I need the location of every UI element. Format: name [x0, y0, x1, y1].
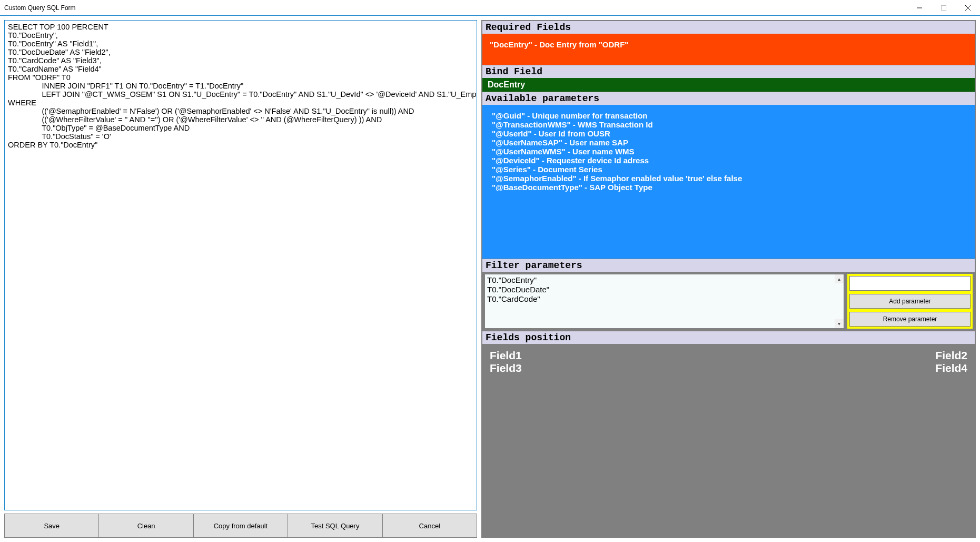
available-param: "@Series" - Document Series — [492, 165, 965, 174]
available-param: "@UserNameWMS" - User name WMS — [492, 147, 965, 156]
position-header: Fields position — [482, 331, 975, 344]
available-param: "@UserId" - User Id from OUSR — [492, 129, 965, 138]
window-titlebar: Custom Query SQL Form — [0, 0, 980, 16]
maximize-button[interactable] — [932, 0, 956, 15]
filter-list-item[interactable]: T0."DocEntry" — [487, 275, 842, 285]
cancel-button[interactable]: Cancel — [383, 514, 477, 537]
field-slot-3[interactable]: Field3 — [490, 362, 595, 375]
scroll-down-icon[interactable]: ▾ — [835, 319, 844, 328]
clean-button[interactable]: Clean — [99, 514, 193, 537]
action-button-row: Save Clean Copy from default Test SQL Qu… — [4, 514, 477, 538]
fields-position-box: Field1 Field2 Field3 Field4 — [482, 344, 975, 537]
app-body: Save Clean Copy from default Test SQL Qu… — [0, 16, 980, 542]
test-button[interactable]: Test SQL Query — [288, 514, 382, 537]
left-column: Save Clean Copy from default Test SQL Qu… — [4, 20, 477, 538]
field-slot-4[interactable]: Field4 — [862, 362, 967, 375]
window-title: Custom Query SQL Form — [4, 4, 76, 12]
close-button[interactable] — [956, 0, 980, 15]
scroll-up-icon[interactable]: ▴ — [835, 274, 844, 283]
remove-parameter-button[interactable]: Remove parameter — [849, 312, 971, 327]
available-param: "@SemaphorEnabled" - If Semaphor enabled… — [492, 174, 965, 183]
available-param: "@Guid" - Unique number for transaction — [492, 111, 965, 120]
field-slot-1[interactable]: Field1 — [490, 349, 595, 362]
bind-field-value: DocEntry — [482, 78, 975, 92]
save-button[interactable]: Save — [5, 514, 99, 537]
required-fields-box: "DocEntry" - Doc Entry from "ODRF" — [482, 34, 975, 65]
bind-header: Bind Field — [482, 65, 975, 78]
right-column: Required Fields "DocEntry" - Doc Entry f… — [481, 20, 976, 538]
filter-list[interactable]: T0."DocEntry" T0."DocDueDate" T0."CardCo… — [484, 274, 844, 329]
svg-rect-1 — [942, 5, 946, 10]
available-param: "@DeviceId" - Requester device Id adress — [492, 156, 965, 165]
copy-button[interactable]: Copy from default — [194, 514, 288, 537]
filter-header: Filter parameters — [482, 259, 975, 272]
add-parameter-button[interactable]: Add parameter — [849, 294, 971, 309]
available-param: "@TransactionWMS" - WMS Transaction Id — [492, 120, 965, 129]
available-parameters-box: "@Guid" - Unique number for transaction … — [482, 105, 975, 259]
filter-list-item[interactable]: T0."CardCode" — [487, 294, 842, 304]
filter-row: T0."DocEntry" T0."DocDueDate" T0."CardCo… — [482, 272, 975, 331]
sql-editor[interactable] — [4, 20, 477, 510]
required-header: Required Fields — [482, 21, 975, 34]
filter-list-item[interactable]: T0."DocDueDate" — [487, 285, 842, 294]
minimize-button[interactable] — [907, 0, 932, 15]
filter-input[interactable] — [849, 276, 971, 291]
available-param: "@BaseDocumentType" - SAP Object Type — [492, 183, 965, 192]
available-param: "@UserNameSAP" - User name SAP — [492, 138, 965, 147]
available-header: Available parameters — [482, 92, 975, 105]
window-controls — [907, 0, 980, 15]
field-slot-2[interactable]: Field2 — [862, 349, 967, 362]
filter-buttons: Add parameter Remove parameter — [847, 274, 973, 329]
